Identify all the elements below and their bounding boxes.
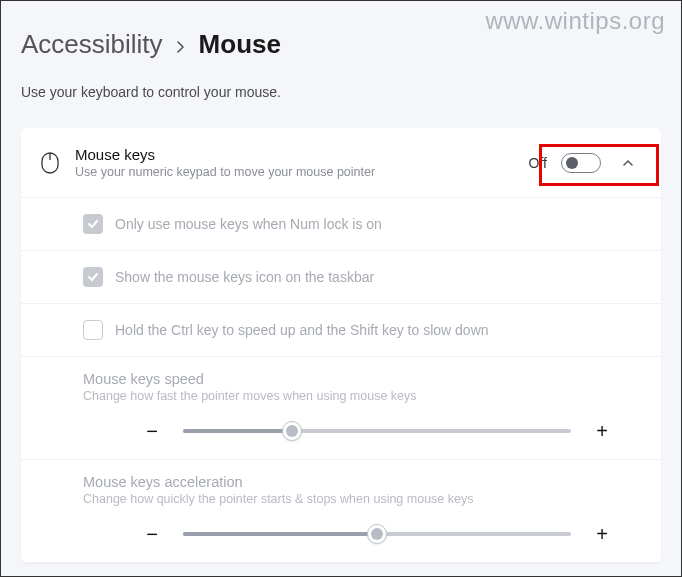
mouse-keys-subtitle: Use your numeric keypad to move your mou… xyxy=(75,165,529,179)
checkbox-ctrlshift[interactable] xyxy=(83,320,103,340)
page-content: Accessibility Mouse Use your keyboard to… xyxy=(1,1,681,563)
checkbox-taskbar[interactable] xyxy=(83,267,103,287)
speed-subtitle: Change how fast the pointer moves when u… xyxy=(83,389,641,403)
mouse-keys-controls: Off xyxy=(529,150,641,176)
option-numlock-label: Only use mouse keys when Num lock is on xyxy=(115,216,382,232)
option-taskbar-label: Show the mouse keys icon on the taskbar xyxy=(115,269,374,285)
breadcrumb-current: Mouse xyxy=(199,29,281,60)
checkbox-numlock[interactable] xyxy=(83,214,103,234)
option-numlock-row: Only use mouse keys when Num lock is on xyxy=(21,198,661,251)
accel-track-fill xyxy=(183,532,377,536)
chevron-right-icon xyxy=(175,29,187,60)
mouse-keys-title: Mouse keys xyxy=(75,146,529,163)
chevron-up-icon[interactable] xyxy=(615,150,641,176)
speed-track-fill xyxy=(183,429,292,433)
speed-decrease-button[interactable]: − xyxy=(143,422,161,440)
accel-title: Mouse keys acceleration xyxy=(83,474,641,490)
mouse-keys-toggle[interactable] xyxy=(561,153,601,173)
settings-card: Mouse keys Use your numeric keypad to mo… xyxy=(21,128,661,563)
speed-title: Mouse keys speed xyxy=(83,371,641,387)
accel-subtitle: Change how quickly the pointer starts & … xyxy=(83,492,641,506)
option-ctrlshift-row: Hold the Ctrl key to speed up and the Sh… xyxy=(21,304,661,357)
speed-thumb[interactable] xyxy=(282,421,302,441)
speed-row: Mouse keys speed Change how fast the poi… xyxy=(21,357,661,460)
accel-decrease-button[interactable]: − xyxy=(143,525,161,543)
accel-slider[interactable] xyxy=(183,524,571,544)
speed-increase-button[interactable]: + xyxy=(593,422,611,440)
toggle-knob xyxy=(566,157,578,169)
option-taskbar-row: Show the mouse keys icon on the taskbar xyxy=(21,251,661,304)
accel-thumb[interactable] xyxy=(367,524,387,544)
breadcrumb: Accessibility Mouse xyxy=(21,29,661,60)
breadcrumb-parent[interactable]: Accessibility xyxy=(21,29,163,60)
mouse-icon xyxy=(41,152,75,174)
mouse-keys-header-row[interactable]: Mouse keys Use your numeric keypad to mo… xyxy=(21,128,661,198)
accel-row: Mouse keys acceleration Change how quick… xyxy=(21,460,661,563)
accel-increase-button[interactable]: + xyxy=(593,525,611,543)
mouse-keys-text: Mouse keys Use your numeric keypad to mo… xyxy=(75,146,529,179)
toggle-state-label: Off xyxy=(529,155,547,171)
option-ctrlshift-label: Hold the Ctrl key to speed up and the Sh… xyxy=(115,322,489,338)
page-description: Use your keyboard to control your mouse. xyxy=(21,84,661,100)
speed-slider[interactable] xyxy=(183,421,571,441)
